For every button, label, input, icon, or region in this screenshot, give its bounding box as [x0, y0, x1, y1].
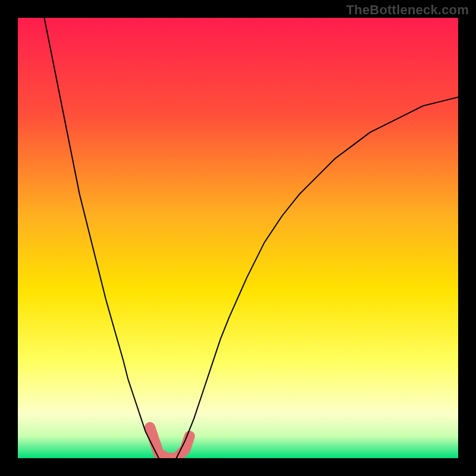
plot-area [18, 18, 458, 458]
chart-frame: TheBottleneck.com [0, 0, 476, 476]
gradient-background [18, 18, 458, 458]
chart-svg [18, 18, 458, 458]
watermark-text: TheBottleneck.com [346, 2, 469, 18]
